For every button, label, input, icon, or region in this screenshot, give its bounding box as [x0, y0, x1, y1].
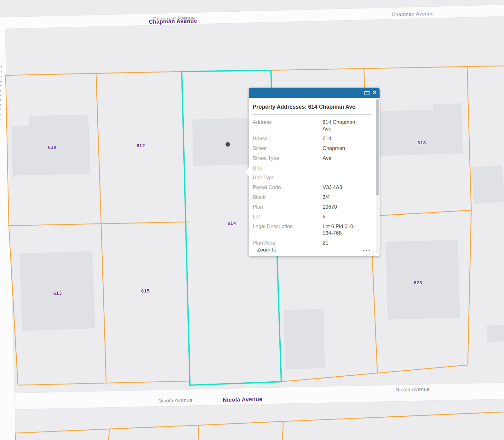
- building-614: [192, 118, 249, 166]
- field-row: Plan 19670: [253, 204, 371, 210]
- field-label: Street Type: [253, 155, 323, 161]
- field-label: Plan Area: [253, 240, 323, 246]
- more-options-button[interactable]: [363, 250, 370, 251]
- parcel-label-612: 612: [136, 143, 145, 148]
- field-row: Lot 6: [253, 213, 371, 220]
- popup-scrollbar-thumb[interactable]: [376, 99, 379, 195]
- popup-body: Property Addresses: 614 Chapman Ave Addr…: [249, 98, 380, 256]
- popup-header[interactable]: ✕: [249, 88, 380, 98]
- field-value: Lot 6 Pid 010-534-768: [323, 223, 362, 236]
- field-label: Postal Code: [253, 184, 323, 191]
- parcel-label-623: 623: [414, 280, 422, 286]
- field-value: [323, 174, 362, 181]
- street-label-nicola-left: Nicola Avenue: [158, 397, 193, 404]
- field-value: 21: [323, 240, 362, 246]
- road-chapman-avenue: [0, 5, 504, 29]
- building-618: [379, 103, 463, 156]
- field-row: Address 614 Chapman Ave: [253, 119, 371, 132]
- field-row: Plan Area 21: [253, 240, 371, 246]
- parcel-label-614: 614: [227, 221, 236, 226]
- field-row: Postal Code V3J 4A3: [253, 184, 371, 191]
- field-label: Legal Description: [253, 223, 323, 236]
- field-value: 614: [323, 135, 362, 142]
- ellipsis-icon: [363, 250, 364, 251]
- field-row: Block 3/4: [253, 194, 371, 200]
- popup-title-separator: [253, 114, 371, 114]
- close-button[interactable]: ✕: [371, 88, 379, 98]
- ellipsis-icon: [369, 250, 370, 251]
- field-row: Street Type Ave: [253, 155, 371, 161]
- maximize-icon: [364, 91, 369, 95]
- field-value: 6: [323, 213, 362, 220]
- building-bottom-right: [486, 325, 504, 342]
- feature-marker[interactable]: [226, 142, 230, 147]
- field-value: [323, 165, 362, 171]
- street-label-nicola-main: Nicola Avenue: [223, 396, 262, 403]
- parcel-label-613: 613: [53, 291, 62, 296]
- field-label: Block: [253, 194, 323, 200]
- parcel-label-615: 615: [141, 288, 150, 294]
- building-623: [386, 240, 460, 320]
- zoom-to-link[interactable]: Zoom to: [257, 247, 276, 253]
- popup-title: Property Addresses: 614 Chapman Ave: [253, 104, 371, 110]
- close-icon: ✕: [372, 90, 377, 96]
- field-label: Unit Type: [253, 174, 323, 181]
- field-row: Legal Description Lot 6 Pid 010-534-768: [253, 223, 371, 236]
- field-label: Address: [253, 119, 323, 132]
- field-label: Unit: [253, 165, 323, 171]
- field-label: House: [253, 135, 323, 142]
- building-mid-bottom: [284, 309, 325, 369]
- ellipsis-icon: [366, 250, 367, 251]
- field-value: V3J 4A3: [323, 184, 362, 191]
- street-label-nicola-right: Nicola Avenue: [396, 386, 430, 393]
- field-row: House 614: [253, 135, 371, 142]
- map-canvas[interactable]: Chapman Avenue Chapman Avenue Chapman Av…: [0, 0, 504, 440]
- field-value: 3/4: [323, 194, 362, 200]
- field-row: Unit: [253, 165, 371, 171]
- field-row: Unit Type: [253, 174, 371, 181]
- field-label: Street: [253, 145, 323, 152]
- street-label-chapman-main: Chapman Avenue: [149, 18, 197, 25]
- field-row: Street Chapman: [253, 145, 371, 152]
- street-label-chapman-right: Chapman Avenue: [392, 11, 434, 17]
- field-value: Chapman: [323, 145, 362, 152]
- parcel-label-610: 610: [48, 145, 57, 150]
- field-label: Plan: [253, 204, 323, 210]
- feature-popup: ✕ Property Addresses: 614 Chapman Ave Ad…: [249, 88, 380, 256]
- road-left-edge: [0, 25, 16, 440]
- parcel-label-618: 618: [417, 140, 426, 146]
- maximize-button[interactable]: [363, 88, 371, 98]
- field-value: 614 Chapman Ave: [323, 119, 362, 132]
- field-value: 19670: [323, 204, 362, 210]
- field-value: Ave: [323, 155, 362, 161]
- field-label: Lot: [253, 213, 323, 220]
- building-far-right: [471, 165, 504, 204]
